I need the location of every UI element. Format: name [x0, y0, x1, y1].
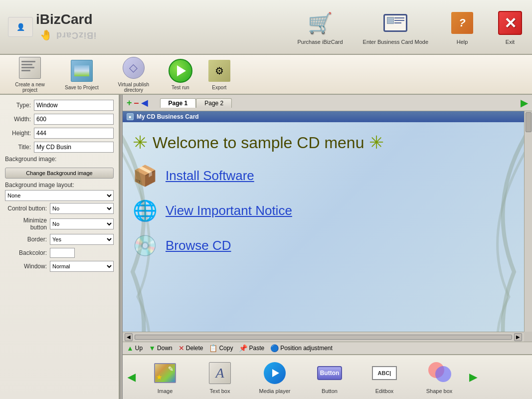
- purchase-button[interactable]: 🛒 Purchase iBizCard: [297, 9, 343, 45]
- save-project-label: Save to Project: [65, 85, 99, 90]
- starburst-left: ✳: [133, 132, 148, 153]
- title-label: Title:: [5, 144, 34, 151]
- cd-window-title-bar: ■ My CD Business Card: [123, 111, 524, 122]
- position-icon: 🔵: [270, 344, 279, 352]
- scroll-left-button[interactable]: ◀: [125, 333, 133, 341]
- image-component-button[interactable]: ★ ✏ Image: [140, 360, 190, 394]
- notice-link[interactable]: View Important Notice: [166, 203, 292, 218]
- menu-item-install[interactable]: 📦 Install Software: [133, 163, 514, 188]
- width-input[interactable]: [34, 114, 114, 125]
- remove-element-button[interactable]: –: [134, 98, 139, 108]
- bg-layout-label: Background image layout:: [5, 182, 74, 189]
- shapebox-component-icon: [426, 360, 452, 386]
- height-input[interactable]: [34, 128, 114, 139]
- up-icon: ▲: [127, 344, 134, 352]
- hand-icon: 🤚: [36, 27, 56, 42]
- textbox-component-icon: A: [207, 360, 233, 386]
- new-project-button[interactable]: Create a new project: [10, 56, 50, 93]
- scrollbar-h-track[interactable]: [135, 335, 512, 340]
- minimize-btn-select[interactable]: No Yes: [50, 218, 114, 229]
- back-button[interactable]: ◀: [141, 97, 148, 108]
- textbox-component-label: Text box: [210, 388, 230, 394]
- cd-content: ✳ Welcome to sample CD menu ✳ 📦 Install …: [123, 122, 524, 329]
- card-mode-label: Enter Business Card Mode: [363, 39, 428, 45]
- delete-icon: ✕: [178, 344, 184, 352]
- copy-button[interactable]: 📋 Copy: [209, 344, 233, 352]
- welcome-text: ✳ Welcome to sample CD menu ✳: [133, 132, 514, 153]
- test-run-button[interactable]: Test run: [169, 59, 192, 90]
- control-btn-row: Control button: No Yes: [5, 203, 114, 214]
- test-run-icon: [169, 59, 192, 83]
- comp-next-button[interactable]: ▶: [469, 371, 477, 383]
- shapebox-component-button[interactable]: Shape box: [414, 360, 464, 394]
- scrollbar-v-thumb[interactable]: [526, 112, 532, 132]
- border-row: Border: Yes No: [5, 234, 114, 245]
- install-link[interactable]: Install Software: [166, 168, 254, 184]
- help-label: Help: [457, 39, 468, 45]
- menu-item-browse[interactable]: 💿 Browse CD: [133, 233, 514, 258]
- forward-button[interactable]: ▶: [521, 97, 528, 109]
- down-label: Down: [157, 345, 173, 352]
- media-player-component-label: Media player: [259, 388, 291, 394]
- down-icon: ▼: [149, 344, 156, 352]
- border-select[interactable]: Yes No: [50, 234, 114, 245]
- virtual-publish-label: Virtual publish directory: [114, 82, 154, 93]
- editbox-component-button[interactable]: ABC| Editbox: [359, 360, 409, 394]
- up-label: Up: [135, 345, 143, 352]
- deco-left: [123, 122, 182, 332]
- shapebox-component-label: Shape box: [426, 388, 453, 394]
- export-label: Export: [212, 85, 226, 90]
- save-project-button[interactable]: Save to Project: [65, 59, 99, 90]
- down-button[interactable]: ▼ Down: [149, 344, 173, 352]
- delete-label: Delete: [186, 345, 203, 352]
- canvas-scrollbar-h[interactable]: ◀ ▶: [123, 332, 524, 342]
- up-button[interactable]: ▲ Up: [127, 344, 143, 352]
- cd-window-icon: ■: [127, 113, 134, 120]
- export-button[interactable]: ⚙ Export: [207, 59, 231, 90]
- editbox-component-label: Editbox: [375, 388, 394, 394]
- exit-button[interactable]: ✕ Exit: [496, 9, 524, 45]
- window-select[interactable]: Normal Maximize Minimize: [50, 261, 114, 272]
- image-component-icon: ★ ✏: [152, 360, 178, 386]
- title-input[interactable]: [34, 142, 114, 153]
- page-tabs: Page 1 Page 2: [160, 98, 232, 108]
- position-button[interactable]: 🔵 Position adjustment: [270, 344, 333, 352]
- bg-image-row: Background image:: [5, 156, 114, 165]
- cd-window-title-text: My CD Business Card: [137, 113, 199, 120]
- test-run-label: Test run: [172, 85, 189, 90]
- browse-link[interactable]: Browse CD: [166, 238, 231, 253]
- border-label: Border:: [5, 236, 50, 243]
- minimize-btn-row: Minimize button No Yes: [5, 217, 114, 231]
- app-title: iBizCard: [36, 11, 96, 27]
- menu-item-notice[interactable]: 🌐 View Important Notice: [133, 198, 514, 223]
- exit-label: Exit: [506, 39, 515, 45]
- page-tab-1[interactable]: Page 1: [160, 98, 196, 108]
- comp-prev-button[interactable]: ◀: [128, 371, 135, 383]
- media-player-component-button[interactable]: Media player: [250, 360, 300, 394]
- control-btn-select[interactable]: No Yes: [50, 203, 114, 214]
- virtual-publish-button[interactable]: ◇ Virtual publish directory: [114, 56, 154, 93]
- change-bg-button[interactable]: Change Background image: [5, 168, 114, 179]
- window-label: Window:: [5, 263, 50, 270]
- canvas-bottom-bar: ▲ Up ▼ Down ✕ Delete 📋 Copy 📌 Paste 🔵 P: [123, 342, 532, 354]
- bg-layout-select[interactable]: None Stretch Tile Center: [5, 190, 114, 201]
- height-row: Height:: [5, 128, 114, 139]
- button-component-button[interactable]: Button Button: [305, 360, 355, 394]
- enter-card-mode-button[interactable]: Enter Business Card Mode: [363, 9, 428, 45]
- title-row: Title:: [5, 142, 114, 153]
- textbox-component-button[interactable]: A Text box: [195, 360, 245, 394]
- page-tab-2[interactable]: Page 2: [196, 98, 232, 108]
- main-area: Type: Width: Height: Title: Background i…: [0, 95, 532, 399]
- delete-button[interactable]: ✕ Delete: [178, 344, 203, 352]
- exit-icon: ✕: [496, 9, 524, 37]
- scroll-right-button[interactable]: ▶: [514, 333, 522, 341]
- paste-label: Paste: [249, 345, 264, 352]
- help-button[interactable]: ? Help: [448, 9, 476, 45]
- canvas-scrollbar-v[interactable]: [524, 111, 532, 332]
- add-element-button[interactable]: +: [127, 98, 132, 108]
- paste-button[interactable]: 📌 Paste: [239, 344, 264, 352]
- copy-icon: 📋: [209, 344, 217, 352]
- save-project-icon: [70, 59, 94, 83]
- type-input[interactable]: [34, 100, 114, 111]
- backcolor-swatch[interactable]: [50, 248, 75, 258]
